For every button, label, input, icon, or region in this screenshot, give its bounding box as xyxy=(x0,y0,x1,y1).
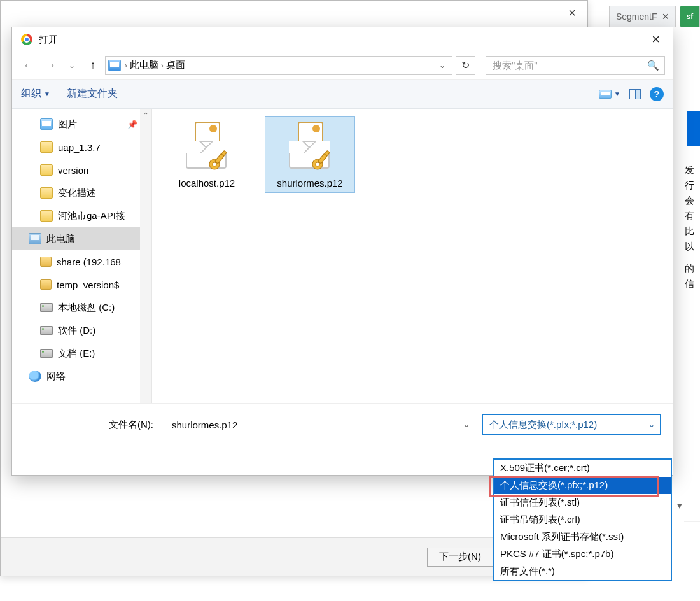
sidebar: ⌃ 图片📌uap_1.3.7version变化描述河池市ga-API接此电脑sh… xyxy=(12,109,152,403)
drv-icon xyxy=(40,303,53,312)
filename-label: 文件名(N): xyxy=(24,419,157,431)
filetype-option[interactable]: 证书信任列表(*.stl) xyxy=(494,494,671,511)
filetype-select[interactable]: 个人信息交换(*.pfx;*.p12) ⌄ xyxy=(482,414,661,435)
forward-icon[interactable]: → xyxy=(41,58,59,73)
pin-icon: 📌 xyxy=(127,120,137,129)
file-area[interactable]: localhost.p12shurlormes.p12 xyxy=(152,109,673,403)
certificate-icon xyxy=(182,122,232,173)
sidebar-item[interactable]: 网络 xyxy=(12,365,151,388)
sidebar-item[interactable]: uap_1.3.7 xyxy=(12,136,151,159)
filetype-option[interactable]: 个人信息交换(*.pfx;*.p12) xyxy=(494,477,671,494)
sidebar-item-label: 软件 (D:) xyxy=(58,325,95,337)
fold-icon xyxy=(40,141,53,153)
help-icon[interactable]: ? xyxy=(650,87,664,101)
chevron-down-icon[interactable]: ⌄ xyxy=(459,420,470,429)
sidebar-item[interactable]: 本地磁盘 (C:) xyxy=(12,296,151,319)
sidebar-item-label: 河池市ga-API接 xyxy=(58,210,125,222)
svg-point-5 xyxy=(316,162,319,166)
background-tab-sf[interactable]: sf xyxy=(680,6,700,27)
new-folder-button[interactable]: 新建文件夹 xyxy=(67,87,118,101)
pc-icon xyxy=(29,233,41,244)
preview-pane-toggle[interactable] xyxy=(629,89,641,99)
close-icon[interactable]: × xyxy=(662,10,669,24)
filename-input[interactable]: ⌄ xyxy=(164,414,475,435)
chevron-down-icon: ▼ xyxy=(614,90,620,97)
sidebar-item-label: 图片 xyxy=(58,118,77,131)
organize-label: 组织 xyxy=(21,87,41,101)
chevron-down-icon[interactable]: ⌄ xyxy=(439,61,449,70)
search-input[interactable]: 🔍 xyxy=(486,56,665,75)
file-name: localhost.p12 xyxy=(179,178,235,188)
fold-icon xyxy=(40,210,53,222)
back-icon[interactable]: ← xyxy=(20,58,38,73)
sidebar-item[interactable]: 此电脑 xyxy=(12,227,151,250)
open-dialog: 打开 × ← → ⌄ ↑ › 此电脑 › 桌面 ⌄ ↻ 🔍 组织 ▼ 新建文件夹 xyxy=(11,27,673,476)
monitor-icon xyxy=(108,60,121,71)
sidebar-item[interactable]: 河池市ga-API接 xyxy=(12,204,151,227)
next-button[interactable]: 下一步(N) xyxy=(427,548,493,567)
breadcrumb[interactable]: › 此电脑 › 桌面 ⌄ xyxy=(105,56,452,75)
sidebar-item[interactable]: 图片📌 xyxy=(12,113,151,136)
sidebar-item[interactable]: 文档 (E:) xyxy=(12,342,151,365)
history-dropdown-icon[interactable]: ⌄ xyxy=(63,61,81,70)
drv-icon xyxy=(40,349,53,358)
view-menu[interactable]: ▼ xyxy=(599,90,620,99)
sidebar-item-label: uap_1.3.7 xyxy=(58,142,101,153)
background-divider xyxy=(684,484,700,522)
organize-menu[interactable]: 组织 ▼ xyxy=(21,87,50,101)
sidebar-item[interactable]: 变化描述 xyxy=(12,181,151,204)
net-icon xyxy=(40,257,52,267)
background-text: 发行 会有 比以 xyxy=(685,162,700,254)
sidebar-item-label: 本地磁盘 (C:) xyxy=(58,302,115,314)
sidebar-item[interactable]: 软件 (D:) xyxy=(12,319,151,342)
sidebar-item-label: 文档 (E:) xyxy=(58,348,95,360)
thumbnails-icon xyxy=(599,90,612,99)
scroll-up-icon[interactable]: ⌃ xyxy=(141,111,150,120)
background-accent xyxy=(687,111,700,146)
close-icon[interactable]: × xyxy=(644,32,668,46)
chevron-down-icon: ▾ xyxy=(677,500,682,511)
svg-point-1 xyxy=(213,162,216,166)
chevron-right-icon: › xyxy=(161,61,164,70)
pic-icon xyxy=(40,118,53,130)
filetype-option[interactable]: 所有文件(*.*) xyxy=(494,563,671,580)
breadcrumb-root[interactable]: 此电脑 xyxy=(130,59,158,71)
up-icon[interactable]: ↑ xyxy=(85,59,101,72)
filetype-option[interactable]: X.509证书(*.cer;*.crt) xyxy=(494,460,671,477)
sidebar-item-label: 此电脑 xyxy=(46,233,75,245)
filename-field[interactable] xyxy=(171,419,459,431)
refresh-icon[interactable]: ↻ xyxy=(456,56,475,75)
file-item[interactable]: localhost.p12 xyxy=(162,117,251,192)
close-icon[interactable]: × xyxy=(557,6,587,20)
search-field[interactable] xyxy=(491,59,647,71)
filetype-dropdown[interactable]: X.509证书(*.cer;*.crt)个人信息交换(*.pfx;*.p12)证… xyxy=(493,458,672,581)
file-name: shurlormes.p12 xyxy=(277,178,342,188)
search-icon[interactable]: 🔍 xyxy=(647,60,659,71)
net-icon xyxy=(40,279,52,290)
sidebar-item[interactable]: version xyxy=(12,159,151,181)
breadcrumb-leaf[interactable]: 桌面 xyxy=(166,59,185,71)
file-item[interactable]: shurlormes.p12 xyxy=(265,117,354,192)
panel-icon xyxy=(629,89,641,99)
drv-icon xyxy=(40,326,53,335)
sidebar-item-label: 网络 xyxy=(46,371,66,383)
background-text: 的信 xyxy=(685,261,700,292)
sidebar-item-label: 变化描述 xyxy=(58,187,96,199)
scrollbar[interactable]: ⌃ xyxy=(140,109,151,403)
filetype-option[interactable]: PKCS #7 证书(*.spc;*.p7b) xyxy=(494,546,671,563)
dialog-title: 打开 xyxy=(39,34,644,46)
background-tab-label: SegmentF xyxy=(616,11,657,22)
sidebar-item-label: share (192.168 xyxy=(57,257,121,267)
filetype-option[interactable]: Microsoft 系列证书存储(*.sst) xyxy=(494,528,671,546)
filetype-selected-label: 个人信息交换(*.pfx;*.p12) xyxy=(489,419,597,431)
netloc-icon xyxy=(29,371,41,382)
chrome-icon xyxy=(21,34,32,45)
background-tab[interactable]: SegmentF × xyxy=(609,6,676,27)
sidebar-item[interactable]: temp_version$ xyxy=(12,273,151,296)
chevron-right-icon: › xyxy=(125,61,127,70)
sidebar-item[interactable]: share (192.168 xyxy=(12,250,151,273)
sidebar-item-label: version xyxy=(58,165,88,176)
filetype-option[interactable]: 证书吊销列表(*.crl) xyxy=(494,511,671,528)
fold-icon xyxy=(40,164,53,176)
certificate-icon xyxy=(285,122,335,173)
